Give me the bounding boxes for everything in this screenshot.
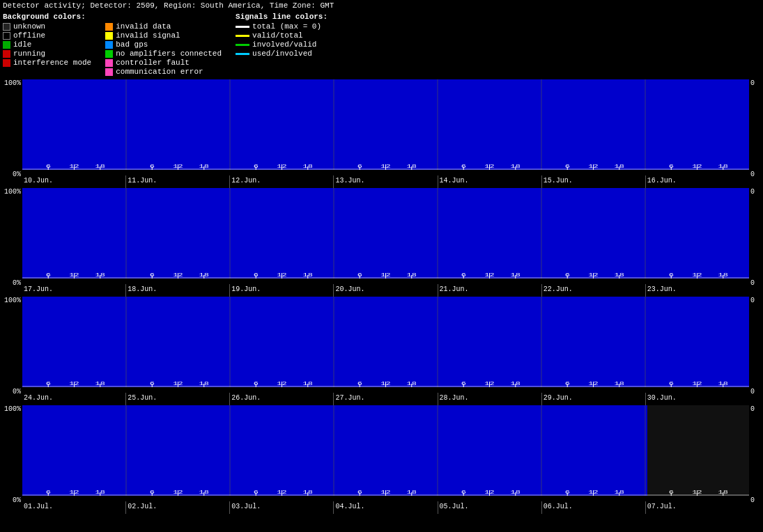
chart-section-3: 100%0%6121861218612186121861218612186121… — [0, 405, 763, 514]
y-right-bot: 0 — [750, 496, 755, 504]
chart-rows-container: 100%0%6121861218612186121861218612186121… — [0, 79, 763, 514]
legend-no-amp-label: no amplifiers connected — [116, 49, 222, 58]
svg-text:12: 12 — [692, 272, 702, 279]
chart-plot-3: 61218612186121861218612186121861218 — [22, 405, 749, 496]
y-axis-left: 100%0% — [0, 297, 22, 393]
svg-text:12: 12 — [692, 164, 702, 170]
legend-comm-error: communication error — [105, 68, 222, 76]
svg-text:12: 12 — [173, 164, 183, 170]
svg-text:12: 12 — [277, 164, 286, 170]
x-day-label: 10.Jun. — [24, 177, 53, 185]
x-axis-row: 01.Jul.02.Jul.03.Jul.04.Jul.05.Jul.06.Ju… — [22, 501, 749, 514]
x-day-label: 29.Jun. — [544, 394, 573, 402]
y-bot-label: 0% — [13, 496, 21, 504]
x-day-label: 06.Jul. — [544, 503, 573, 510]
chart-frame-2: 100%0%6121861218612186121861218612186121… — [0, 297, 763, 393]
y-axis-right: 00 — [749, 297, 763, 393]
chart-frame-3: 100%0%6121861218612186121861218612186121… — [0, 405, 763, 501]
legend-sig-title: Signals line colors: — [236, 13, 327, 21]
x-day-label: 11.Jun. — [128, 177, 157, 185]
svg-text:18: 18 — [303, 272, 313, 279]
svg-text:6: 6 — [357, 381, 362, 387]
x-day-label: 02.Jul. — [128, 503, 157, 510]
svg-text:6: 6 — [461, 272, 466, 279]
svg-text:12: 12 — [277, 490, 286, 496]
x-day-segment: 24.Jun. — [22, 393, 125, 405]
chart-plot-2: 61218612186121861218612186121861218 — [22, 297, 749, 387]
svg-text:18: 18 — [407, 490, 417, 496]
legend-running-box — [3, 50, 10, 58]
legend-invalid-data-box — [105, 23, 113, 31]
legend-unknown: unknown — [3, 22, 91, 31]
legend-interference: interference mode — [3, 58, 91, 67]
y-bot-label: 0% — [13, 388, 21, 396]
chart-plot-0: 61218612186121861218612186121861218 — [22, 79, 749, 170]
legend-sig-valid: valid/total — [236, 31, 327, 40]
y-right-bot: 0 — [750, 279, 755, 287]
svg-text:12: 12 — [380, 381, 390, 387]
svg-text:6: 6 — [461, 490, 466, 496]
y-right-top: 0 — [750, 188, 755, 196]
legend-comm-error-box — [105, 68, 113, 76]
legend-invalid-col: invalid data invalid signal bad gps no a… — [105, 13, 222, 77]
x-day-label: 15.Jun. — [544, 177, 573, 185]
legend-area: Background colors: unknown offline idle … — [0, 11, 763, 79]
x-day-segment: 27.Jun. — [333, 393, 437, 405]
legend-sig-involved-line — [236, 44, 249, 46]
x-day-segment: 17.Jun. — [22, 284, 125, 297]
x-day-label: 26.Jun. — [231, 394, 261, 402]
legend-ctrl-fault: controller fault — [105, 58, 222, 67]
x-day-segment: 07.Jul. — [645, 501, 749, 514]
legend-invalid-spacer — [105, 13, 222, 21]
svg-text:18: 18 — [615, 164, 624, 170]
svg-text:12: 12 — [692, 381, 702, 387]
x-day-segment: 16.Jun. — [645, 175, 749, 188]
x-day-label: 01.Jul. — [24, 503, 53, 510]
x-day-label: 05.Jul. — [440, 503, 469, 510]
x-day-segment: 12.Jun. — [229, 175, 333, 188]
x-day-label: 30.Jun. — [647, 394, 677, 402]
legend-invalid-signal-label: invalid signal — [116, 31, 180, 40]
y-top-label: 100% — [4, 297, 21, 304]
x-day-label: 27.Jun. — [335, 394, 364, 402]
legend-offline: offline — [3, 31, 91, 40]
svg-text:12: 12 — [692, 490, 702, 496]
x-day-segment: 04.Jul. — [333, 501, 437, 514]
svg-text:6: 6 — [150, 164, 155, 170]
chart-plot-1: 61218612186121861218612186121861218 — [22, 188, 749, 279]
svg-text:18: 18 — [407, 272, 417, 279]
svg-text:6: 6 — [150, 272, 155, 279]
x-day-segment: 10.Jun. — [22, 175, 125, 188]
x-day-segment: 21.Jun. — [438, 284, 541, 297]
svg-text:18: 18 — [199, 381, 209, 387]
svg-text:12: 12 — [588, 272, 598, 279]
svg-text:6: 6 — [46, 381, 51, 387]
svg-text:6: 6 — [46, 490, 51, 496]
legend-bg-title: Background colors: — [3, 13, 91, 21]
svg-text:18: 18 — [718, 272, 728, 279]
legend-interference-label: interference mode — [13, 58, 91, 67]
y-axis-left: 100%0% — [0, 405, 22, 501]
svg-text:12: 12 — [588, 381, 598, 387]
x-day-segment: 22.Jun. — [541, 284, 645, 297]
legend-comm-error-label: communication error — [116, 68, 203, 76]
y-bot-label: 0% — [13, 171, 21, 178]
x-day-label: 03.Jul. — [231, 503, 261, 510]
page-header: Detector activity; Detector: 2509, Regio… — [0, 0, 763, 11]
svg-text:12: 12 — [484, 272, 494, 279]
legend-invalid-signal-box — [105, 32, 113, 40]
svg-text:6: 6 — [565, 272, 570, 279]
legend-sig-used-label: used/involved — [252, 49, 312, 58]
legend-interference-box — [3, 59, 10, 67]
x-day-segment: 11.Jun. — [125, 175, 229, 188]
legend-idle: idle — [3, 40, 91, 49]
svg-text:6: 6 — [461, 164, 466, 170]
svg-text:12: 12 — [380, 490, 390, 496]
svg-text:6: 6 — [669, 164, 674, 170]
svg-text:12: 12 — [173, 381, 183, 387]
y-right-bot: 0 — [750, 388, 755, 396]
chart-tick-overlay: 61218612186121861218612186121861218 — [22, 297, 749, 387]
svg-text:18: 18 — [407, 164, 417, 170]
svg-text:18: 18 — [718, 381, 728, 387]
svg-text:6: 6 — [669, 381, 674, 387]
